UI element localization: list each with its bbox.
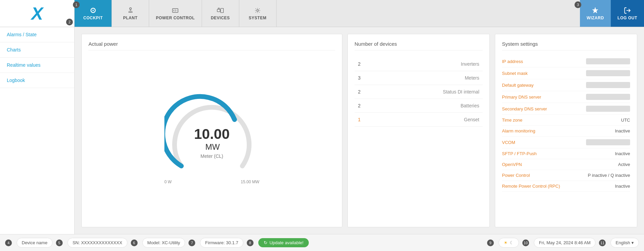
settings-row: Primary DNS server: [502, 91, 630, 103]
logout-button[interactable]: LOG OUT: [611, 0, 644, 27]
settings-label: Time zone: [502, 118, 576, 123]
svg-rect-10: [221, 8, 223, 13]
device-name-label: Device name: [22, 240, 47, 245]
nav-tab-system[interactable]: SYSTEM: [239, 0, 277, 27]
badge-8: 8: [247, 239, 254, 246]
table-row: 1Genset: [355, 113, 483, 127]
settings-value: Inactive: [576, 128, 630, 133]
sidebar-item-alarms[interactable]: Alarms / State: [0, 27, 74, 42]
moon-icon: ☾: [510, 240, 514, 245]
powercontrol-icon: [172, 7, 179, 14]
chevron-down-icon: ▾: [631, 240, 634, 245]
serial-label: SN: XXXXXXXXXXXXXX: [73, 240, 122, 245]
settings-row: Default gateway: [502, 79, 630, 91]
gauge-value: 10.00: [194, 126, 229, 142]
nav-tab-plant-label: PLANT: [123, 16, 138, 20]
badge-10: 10: [522, 239, 529, 246]
settings-row: Subnet mask: [502, 67, 630, 79]
actual-power-title: Actual power: [88, 41, 335, 50]
nav-tab-devices[interactable]: DEVICES: [202, 0, 239, 27]
settings-value: Active: [576, 162, 630, 167]
gauge-value-display: 10.00 MW Meter (CL): [188, 126, 236, 159]
system-settings-panel: System settings IP addressSubnet maskDef…: [495, 34, 637, 227]
settings-label: SFTP / FTP-Push: [502, 151, 576, 156]
settings-row: OpenVPNActive: [502, 159, 630, 170]
device-label: Batteries: [375, 99, 483, 113]
sidebar-item-logbook[interactable]: Logbook: [0, 73, 74, 88]
sidebar-item-realtime[interactable]: Realtime values: [0, 58, 74, 73]
wizard-label: WIZARD: [587, 16, 604, 20]
settings-bar: [586, 106, 630, 112]
logout-icon: [624, 7, 631, 14]
app-logo: X: [31, 5, 43, 22]
svg-rect-11: [218, 8, 220, 9]
refresh-icon: ↻: [264, 240, 267, 245]
settings-bar: [586, 94, 630, 100]
actual-power-panel: Actual power 10.00 MW Meter (CL): [81, 34, 342, 227]
nav-tab-powercontrol-label: POWER CONTROL: [156, 16, 195, 20]
gauge-sublabel: Meter (CL): [188, 153, 236, 159]
cockpit-icon: ⊙: [90, 7, 96, 14]
wizard-button[interactable]: WIZARD: [580, 0, 611, 27]
theme-toggle[interactable]: ☀ ☾: [499, 238, 519, 248]
wizard-icon: [591, 7, 599, 14]
settings-row: Remote Power Control (RPC)Inactive: [502, 181, 630, 192]
badge-4: 4: [5, 239, 12, 246]
settings-label: Default gateway: [502, 83, 586, 88]
update-button[interactable]: ↻ Update available!: [258, 238, 309, 247]
badge-11: 11: [599, 239, 606, 246]
settings-bar: [586, 70, 630, 76]
device-label: Inverters: [375, 57, 483, 71]
language-label: English: [616, 240, 630, 245]
datetime-label: Fri, May 24, 2024 8:46 AM: [539, 240, 590, 245]
devices-panel: Number of devices 2Inverters3Meters2Stat…: [347, 34, 490, 227]
footer: 4 Device name 5 SN: XXXXXXXXXXXXXX 6 Mod…: [0, 234, 644, 251]
device-label: Meters: [375, 71, 483, 85]
firmware-item: Firmware: 30.1.7: [200, 238, 243, 248]
serial-item: SN: XXXXXXXXXXXXXX: [67, 238, 127, 248]
language-selector[interactable]: English ▾: [610, 238, 639, 248]
table-row: 2Inverters: [355, 57, 483, 71]
gauge-container: 10.00 MW Meter (CL) 0 W 15.00 MW: [88, 56, 335, 220]
sidebar-item-charts[interactable]: Charts: [0, 42, 74, 58]
device-name-item: Device name: [17, 238, 53, 248]
settings-bar: [586, 58, 630, 64]
settings-bar: [586, 139, 630, 145]
panels-area: Actual power 10.00 MW Meter (CL): [75, 27, 644, 234]
update-label: Update available!: [269, 240, 303, 245]
badge-9: 9: [487, 239, 494, 246]
table-row: 2Status DI internal: [355, 85, 483, 99]
sidebar: Alarms / State Charts Realtime values Lo…: [0, 27, 75, 234]
settings-row: Power ControlP inactive / Q inactive: [502, 170, 630, 181]
settings-row: IP address: [502, 56, 630, 67]
model-label: Model: XC-Utility: [147, 240, 180, 245]
settings-row: Secondary DNS server: [502, 103, 630, 115]
nav-tab-plant[interactable]: PLANT: [112, 0, 149, 27]
settings-label: VCOM: [502, 140, 586, 145]
svg-point-12: [257, 9, 259, 12]
nav-tabs: ⊙ COCKPIT PLANT POWER CONTROL DEVICES SY…: [75, 0, 580, 27]
device-count: 3: [355, 71, 375, 85]
device-count: 2: [355, 57, 375, 71]
badge-5: 5: [56, 239, 63, 246]
settings-value: UTC: [576, 118, 630, 123]
settings-label: Power Control: [502, 173, 576, 178]
nav-tab-powercontrol[interactable]: POWER CONTROL: [149, 0, 202, 27]
settings-label: Primary DNS server: [502, 95, 586, 100]
settings-value: Inactive: [576, 151, 630, 156]
settings-value: Inactive: [576, 184, 630, 189]
settings-label: Remote Power Control (RPC): [502, 184, 576, 189]
badge-2: 2: [66, 19, 73, 25]
plant-icon: [127, 7, 134, 14]
right-buttons: WIZARD LOG OUT: [580, 0, 644, 27]
settings-label: OpenVPN: [502, 162, 576, 167]
settings-table: IP addressSubnet maskDefault gatewayPrim…: [502, 56, 630, 192]
nav-tab-devices-label: DEVICES: [211, 16, 230, 20]
settings-row: SFTP / FTP-PushInactive: [502, 148, 630, 159]
nav-tab-cockpit-label: COCKPIT: [83, 16, 103, 20]
nav-tab-cockpit[interactable]: ⊙ COCKPIT: [75, 0, 112, 27]
table-row: 3Meters: [355, 71, 483, 85]
badge-6: 6: [131, 239, 138, 246]
main-content: Alarms / State Charts Realtime values Lo…: [0, 27, 644, 234]
gauge-svg: 10.00 MW Meter (CL): [164, 91, 259, 186]
